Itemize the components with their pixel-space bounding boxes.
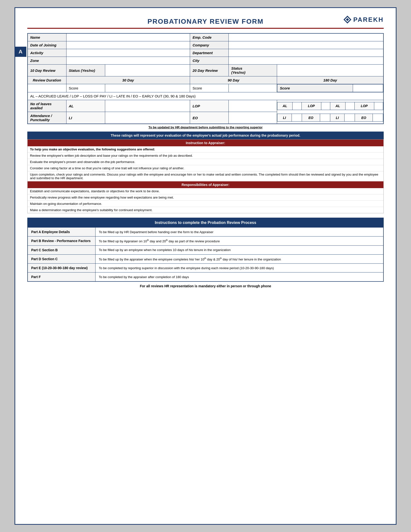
department-label: Department (190, 49, 229, 57)
hr-note: To be updated by HR department before su… (27, 125, 384, 129)
score-label-1: Score (66, 84, 105, 92)
ten-day-label: 10 Day Review (28, 65, 66, 76)
table-row: Part F To be completed by the appraiser … (28, 273, 383, 282)
attendance-label: Attendance / Punctuality (28, 112, 66, 124)
logo: PAREKH (343, 15, 384, 24)
lop-value-2[interactable] (321, 102, 330, 110)
section-a-label: A (15, 47, 26, 57)
al-note-row: AL – ACCRUED LEAVE / LOP – LOSS OF PAY /… (28, 92, 383, 100)
table-row: Instructions to complete the Probation R… (28, 218, 383, 228)
department-value[interactable] (229, 49, 383, 57)
part-d-desc: To be filled up by the appraiser when th… (95, 254, 383, 264)
instruction-banner: Instruction to Appraiser: (28, 140, 383, 146)
table-row: Date of Joining Company (28, 41, 383, 49)
thirty-day-label: 30 Day (66, 76, 190, 84)
responsibility-item-2: Periodically review progress with the ne… (28, 194, 383, 201)
doj-label: Date of Joining (28, 41, 66, 49)
table-row: Part B Review - Performance Factors To b… (28, 237, 383, 246)
al-value-3[interactable] (346, 102, 355, 110)
name-value[interactable] (66, 33, 190, 41)
header: PROBATIONARY REVIEW FORM PAREKH (27, 18, 384, 25)
leaves-label: No of leaves availed (28, 100, 66, 112)
responsibility-item-3: Maintain on-going documentation of perfo… (28, 201, 383, 207)
eo-value-3[interactable] (373, 114, 383, 122)
instruction-item-4: Upon completion, check your ratings and … (28, 171, 383, 181)
instruction-item-2: Evaluate the employee's proven and obser… (28, 159, 383, 165)
lop-value-1[interactable] (229, 100, 277, 112)
leaves-90-180-container: AL LOP AL LOP (277, 100, 383, 112)
twenty-day-label: 20 Day Review (190, 65, 229, 76)
instruction-box: Instruction to Appraiser: To help you ma… (27, 139, 384, 213)
leaves-row: No of leaves availed AL LOP AL LOP AL LO… (28, 100, 383, 112)
logo-text: PAREKH (353, 16, 384, 23)
table-row: Part C Section B To be filled up by an e… (28, 246, 383, 254)
activity-label: Activity (28, 49, 66, 57)
zone-label: Zone (28, 57, 66, 65)
empcode-value[interactable] (229, 33, 383, 41)
zone-value[interactable] (66, 57, 190, 65)
table-row: 10 Day Review Status (Yes/no) 20 Day Rev… (28, 65, 383, 76)
company-label: Company (190, 41, 229, 49)
empcode-label: Emp. Code (190, 33, 229, 41)
review-duration-row: Review Duration 30 Day 90 Day 180 Day (28, 76, 383, 84)
city-label: City (190, 57, 229, 65)
eo-value-1[interactable] (229, 112, 277, 124)
table-row: Part D Section C To be filled up by the … (28, 254, 383, 264)
instruction-bold: To help you make an objective evaluation… (28, 146, 383, 152)
eo-col-2: EO (302, 114, 320, 122)
table-row: Zone City (28, 57, 383, 65)
responsibilities-banner: Responsibilities of Appraiser: (28, 181, 383, 188)
company-value[interactable] (229, 41, 383, 49)
score-value-2[interactable] (229, 84, 277, 92)
ninety-day-label: 90 Day (190, 76, 277, 84)
twenty-day-status-value[interactable] (277, 65, 383, 76)
review-duration-label: Review Duration (28, 76, 66, 84)
li-col-2: LI (277, 114, 291, 122)
li-value-1[interactable] (105, 112, 190, 124)
score-label-3: Score (277, 84, 353, 92)
score-value-3[interactable] (353, 84, 383, 92)
part-c-label: Part C Section B (28, 246, 95, 254)
red-divider (27, 28, 384, 29)
page-title: PROBATIONARY REVIEW FORM (27, 18, 384, 25)
al-col-3: AL (330, 102, 346, 110)
city-value[interactable] (229, 57, 383, 65)
part-b-label: Part B Review - Performance Factors (28, 237, 95, 246)
score-row: Score Score Score (28, 84, 383, 92)
li-value-2[interactable] (291, 114, 302, 122)
part-e-desc: To be completed by reporting superior in… (95, 264, 383, 273)
activity-value[interactable] (66, 49, 190, 57)
doj-value[interactable] (66, 41, 190, 49)
eo-value-2[interactable] (320, 114, 330, 122)
leaves-inner: AL LOP AL LOP (277, 102, 383, 110)
attendance-90-180-container: LI EO LI EO (277, 112, 383, 124)
ten-day-status-value[interactable] (105, 65, 190, 76)
lop-col-1: LOP (190, 100, 229, 112)
page: PROBATIONARY REVIEW FORM PAREKH A Name E… (15, 7, 396, 525)
form-table: Name Emp. Code Date of Joining Company A… (27, 33, 384, 124)
table-row: Activity Department (28, 49, 383, 57)
score-value-1[interactable] (105, 84, 190, 92)
oneighty-day-label: 180 Day (277, 76, 383, 84)
table-row: Score (277, 84, 383, 92)
part-a-label: Part A Employee Details (28, 228, 95, 237)
lop-value-3[interactable] (374, 102, 383, 110)
score-label-2: Score (190, 84, 229, 92)
al-value-2[interactable] (292, 102, 301, 110)
al-value-1[interactable] (105, 100, 190, 112)
al-note: AL – ACCRUED LEAVE / LOP – LOSS OF PAY /… (28, 92, 383, 100)
eo-col-3: EO (355, 114, 373, 122)
score-180-inner: Score (277, 84, 383, 92)
lop-col-2: LOP (301, 102, 321, 110)
al-col-2: AL (277, 102, 292, 110)
part-d-label: Part D Section C (28, 254, 95, 264)
li-value-3[interactable] (345, 114, 355, 122)
instructions-table: Instructions to complete the Probation R… (27, 218, 384, 282)
instruction-item-1: Review the employee's written job descri… (28, 152, 383, 159)
score-empty (28, 84, 66, 92)
part-e-label: Part E (10-20-30-90-180 day review) (28, 264, 95, 273)
eo-col-1: EO (190, 112, 229, 124)
responsibility-item-4: Make a determination regarding the emplo… (28, 207, 383, 213)
attendance-inner: LI EO LI EO (277, 114, 383, 122)
lop-col-3: LOP (355, 102, 374, 110)
